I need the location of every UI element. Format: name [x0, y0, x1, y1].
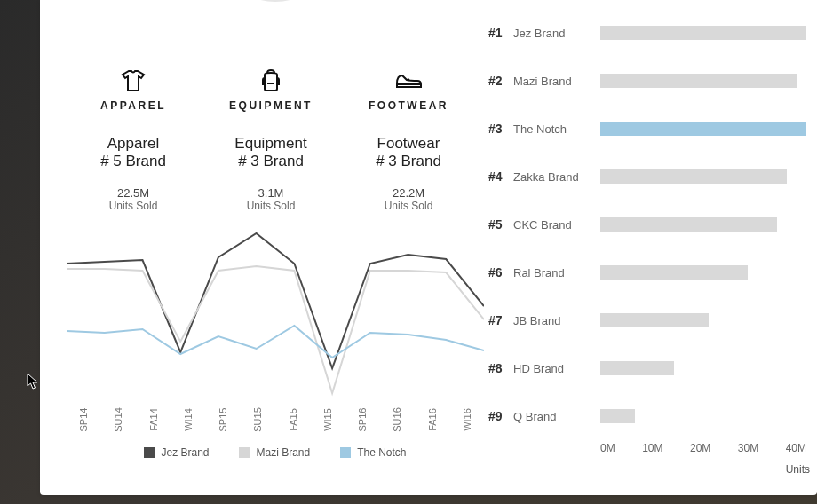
rank-bar-track: [600, 409, 817, 423]
rank-name: The Notch: [513, 122, 600, 136]
chart-x-tick: FA15: [288, 403, 298, 437]
rank-bar-track: [600, 122, 817, 136]
rank-row[interactable]: #8HD Brand: [488, 344, 817, 392]
category-sublabel: Units Sold: [342, 200, 475, 212]
rank-name: Q Brand: [513, 410, 600, 423]
chart-series-line: [67, 233, 484, 368]
rank-number: #2: [488, 74, 513, 88]
rank-bar-track: [600, 313, 817, 327]
category-rank: # 5 Brand: [67, 153, 200, 170]
rank-bar: [600, 265, 748, 280]
category-sublabel: Units Sold: [67, 200, 200, 212]
chart-legend: Jez Brand Mazi Brand The Notch: [67, 446, 484, 459]
chart-x-tick: SU15: [252, 403, 263, 437]
rank-row[interactable]: #5CKC Brand: [488, 201, 817, 248]
category-rank: # 3 Brand: [342, 153, 475, 170]
rank-name: HD Brand: [513, 362, 600, 375]
rank-bar-track: [600, 26, 817, 40]
cursor-icon: [27, 373, 39, 390]
chart-x-tick: SP15: [218, 403, 228, 437]
rank-row[interactable]: #1Jez Brand: [488, 9, 817, 57]
units-axis-tick: 10M: [642, 442, 662, 454]
category-title: Equipment: [204, 135, 337, 153]
rank-bar: [600, 313, 709, 327]
rank-number: #3: [488, 122, 513, 136]
rank-name: Jez Brand: [513, 27, 600, 40]
header-arc: [218, 0, 333, 11]
rank-bar-track: [600, 361, 817, 375]
brand-ranking-list: #1Jez Brand#2Mazi Brand#3The Notch#4Zakk…: [488, 9, 817, 440]
rank-bar-track: [600, 74, 817, 88]
rank-row[interactable]: #4Zakka Brand: [488, 153, 817, 201]
units-axis-tick: 0M: [600, 442, 615, 454]
chart-x-tick: WI16: [462, 403, 472, 437]
legend-label: The Notch: [357, 446, 406, 459]
rank-bar-track: [600, 217, 817, 232]
rank-name: CKC Brand: [513, 218, 600, 232]
category-label: EQUIPMENT: [204, 99, 337, 112]
rank-bar: [600, 26, 806, 40]
rank-number: #7: [488, 313, 513, 327]
legend-swatch: [340, 447, 351, 458]
chart-x-tick: FA14: [148, 403, 159, 437]
category-label: FOOTWEAR: [342, 99, 475, 112]
rank-number: #6: [488, 265, 513, 280]
chart-x-tick: WI14: [183, 403, 194, 437]
rank-bar: [600, 122, 806, 136]
category-value: 3.1M: [204, 186, 337, 200]
dashboard-panel: APPAREL Apparel # 5 Brand 22.5M Units So…: [40, 0, 817, 495]
legend-label: Jez Brand: [161, 446, 209, 459]
rank-row[interactable]: #7JB Brand: [488, 296, 817, 344]
shoe-icon: [342, 67, 475, 94]
rank-bar: [600, 409, 635, 423]
chart-x-tick: SP14: [78, 403, 89, 437]
rank-name: Ral Brand: [513, 266, 600, 280]
rank-bar: [600, 74, 797, 88]
rank-row[interactable]: #6Ral Brand: [488, 248, 817, 296]
chart-x-tick: SU14: [113, 403, 123, 437]
rank-row[interactable]: #3The Notch: [488, 105, 817, 153]
chart-series-line: [67, 326, 484, 358]
legend-item-mazi[interactable]: Mazi Brand: [239, 446, 310, 459]
chart-x-tick: FA16: [427, 403, 438, 437]
category-card-apparel[interactable]: APPAREL Apparel # 5 Brand 22.5M Units So…: [67, 67, 200, 212]
category-card-equipment[interactable]: EQUIPMENT Equipment # 3 Brand 3.1M Units…: [204, 67, 337, 212]
bar-chart-x-axis: 0M10M20M30M40M: [600, 442, 806, 454]
rank-number: #1: [488, 26, 513, 40]
category-title: Apparel: [67, 135, 200, 153]
chart-x-axis-ticks: SP14SU14FA14WI14SP15SU15FA15WI15SP16SU16…: [67, 414, 484, 425]
legend-item-jez[interactable]: Jez Brand: [144, 446, 209, 459]
units-axis-tick: 20M: [690, 442, 710, 454]
chart-x-tick: SP16: [357, 403, 368, 437]
rank-bar: [600, 361, 674, 375]
rank-number: #9: [488, 409, 513, 423]
rank-number: #4: [488, 169, 513, 184]
rank-name: Mazi Brand: [513, 75, 600, 88]
rank-name: Zakka Brand: [513, 170, 600, 184]
category-title: Footwear: [342, 135, 475, 153]
rank-bar: [600, 217, 777, 232]
rank-number: #8: [488, 361, 513, 375]
rank-bar-track: [600, 265, 817, 280]
units-axis-tick: 30M: [738, 442, 758, 454]
category-card-footwear[interactable]: FOOTWEAR Footwear # 3 Brand 22.2M Units …: [342, 67, 475, 212]
category-value: 22.5M: [67, 186, 200, 200]
legend-swatch: [239, 447, 250, 458]
rank-number: #5: [488, 217, 513, 232]
chart-x-tick: SU16: [392, 403, 402, 437]
category-sublabel: Units Sold: [204, 200, 337, 212]
rank-bar-track: [600, 169, 817, 184]
rank-bar: [600, 169, 787, 184]
tshirt-icon: [67, 67, 200, 94]
legend-label: Mazi Brand: [256, 446, 310, 459]
bar-chart-axis-label: Units: [488, 463, 817, 476]
rank-name: JB Brand: [513, 314, 600, 327]
category-summary-row: APPAREL Apparel # 5 Brand 22.5M Units So…: [67, 67, 475, 212]
rank-row[interactable]: #9Q Brand: [488, 392, 817, 440]
units-axis-tick: 40M: [786, 442, 806, 454]
category-rank: # 3 Brand: [204, 153, 337, 170]
trend-line-chart: [67, 221, 484, 409]
category-value: 22.2M: [342, 186, 475, 200]
legend-item-notch[interactable]: The Notch: [340, 446, 406, 459]
rank-row[interactable]: #2Mazi Brand: [488, 57, 817, 105]
